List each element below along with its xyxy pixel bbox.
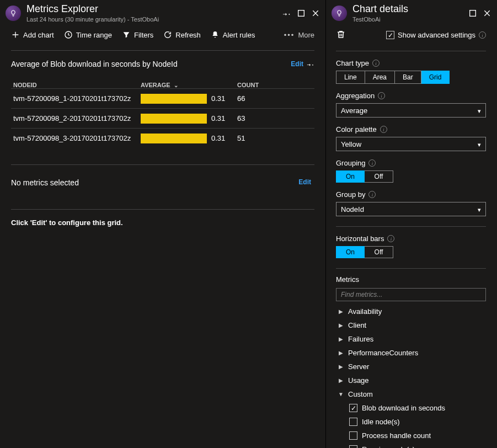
filters-button[interactable]: Filters — [122, 30, 153, 39]
chart-pin-icon[interactable] — [307, 60, 314, 68]
time-range-label: Time range — [76, 31, 112, 39]
metric-label: Idle node(s) — [362, 418, 400, 426]
configure-hint: Click 'Edit' to configure this grid. — [11, 209, 314, 227]
table-row[interactable]: tvm-57200098_3-20170201t173702z 0.31 51 — [11, 128, 314, 148]
app-logo — [332, 6, 347, 21]
metric-checkbox[interactable] — [349, 404, 357, 412]
chart-type-area[interactable]: Area — [365, 71, 395, 84]
color-palette-select[interactable]: Yellow — [336, 137, 486, 151]
color-palette-value: Yellow — [341, 140, 361, 148]
show-advanced-label: Show advanced settings — [398, 31, 475, 39]
table-row[interactable]: tvm-57200098_2-20170201t173702z 0.31 63 — [11, 108, 314, 128]
cell-node: tvm-57200098_1-20170201t173702z — [11, 94, 141, 103]
metrics-group-custom[interactable]: ▼Custom — [336, 387, 486, 401]
metric-checkbox[interactable] — [349, 431, 357, 440]
col-header-count[interactable]: COUNT — [237, 82, 281, 88]
metrics-group-performancecounters[interactable]: ▶PerformanceCounters — [336, 346, 486, 360]
metric-item[interactable]: Running node(s) — [349, 442, 486, 448]
info-icon: i — [372, 60, 380, 67]
metrics-group-label: Client — [348, 321, 366, 329]
close-icon[interactable] — [311, 9, 320, 18]
info-icon: i — [380, 126, 387, 133]
caret-right-icon: ▶ — [338, 350, 344, 356]
col-header-node[interactable]: NODEID — [11, 82, 141, 88]
info-icon: i — [479, 31, 486, 39]
cell-node: tvm-57200098_3-20170201t173702z — [11, 134, 141, 142]
chart-title: Average of Blob download in seconds by N… — [11, 60, 291, 68]
grouping-label: Grouping — [336, 159, 365, 167]
aggregation-label: Aggregation — [336, 92, 375, 100]
time-range-button[interactable]: Time range — [64, 30, 112, 39]
chart-type-label: Chart type — [336, 59, 369, 67]
metrics-group-client[interactable]: ▶Client — [336, 318, 486, 332]
metrics-group-label: Usage — [348, 376, 369, 385]
cell-count: 66 — [237, 94, 281, 103]
caret-right-icon: ▶ — [338, 377, 344, 383]
aggregation-select[interactable]: Average — [336, 103, 486, 118]
metrics-search-input[interactable] — [336, 288, 486, 301]
chart-edit-link[interactable]: Edit — [291, 60, 303, 68]
chart-type-line[interactable]: Line — [336, 71, 365, 84]
refresh-button[interactable]: Refresh — [163, 30, 201, 39]
info-icon: i — [368, 191, 376, 198]
aggregation-value: Average — [341, 106, 367, 115]
metrics-group-failures[interactable]: ▶Failures — [336, 332, 486, 346]
toolbar: Add chart Time range Filters Refresh Ale… — [0, 25, 325, 47]
filters-label: Filters — [134, 31, 153, 39]
metric-checkbox[interactable] — [349, 418, 357, 426]
metrics-group-label: Failures — [348, 335, 373, 343]
metric-item[interactable]: Blob download in seconds — [349, 401, 486, 415]
close-icon[interactable] — [483, 9, 491, 18]
table-row[interactable]: tvm-57200098_1-20170201t173702z 0.31 66 — [11, 88, 314, 108]
metrics-group-availability[interactable]: ▶Availability — [336, 305, 486, 318]
hbar-label: Horizontal bars — [336, 234, 384, 243]
svg-rect-2 — [470, 10, 476, 16]
more-button[interactable]: ••• More — [284, 31, 314, 39]
caret-right-icon: ▶ — [338, 336, 344, 342]
maximize-icon[interactable] — [468, 9, 477, 18]
pin-icon[interactable] — [282, 9, 291, 18]
info-icon: i — [387, 235, 394, 242]
metric-label: Running node(s) — [362, 445, 415, 448]
group-by-value: NodeId — [341, 205, 364, 214]
grouping-toggle-off[interactable]: Off — [365, 170, 393, 183]
grouping-toggle-on[interactable]: On — [336, 170, 365, 183]
app-logo — [6, 6, 21, 21]
chart-type-bar[interactable]: Bar — [395, 71, 421, 84]
group-by-select[interactable]: NodeId — [336, 202, 486, 216]
add-chart-button[interactable]: Add chart — [11, 30, 54, 39]
col-header-average[interactable]: AVERAGE ⌄ — [141, 82, 237, 88]
value-bar — [141, 114, 207, 124]
metrics-group-usage[interactable]: ▶Usage — [336, 374, 486, 387]
show-advanced-checkbox[interactable] — [386, 31, 394, 39]
metrics-group-server[interactable]: ▶Server — [336, 360, 486, 374]
group-by-label: Group by — [336, 190, 365, 199]
metric-item[interactable]: Idle node(s) — [349, 415, 486, 429]
caret-right-icon: ▶ — [338, 308, 344, 314]
chevron-down-icon — [478, 106, 481, 115]
caret-right-icon: ▶ — [338, 322, 344, 328]
metric-item[interactable]: Process handle count — [349, 429, 486, 442]
chart-type-grid[interactable]: Grid — [421, 71, 450, 84]
maximize-icon[interactable] — [297, 9, 306, 18]
metrics-label: Metrics — [336, 275, 359, 284]
details-title: Chart details — [352, 3, 468, 15]
value-bar — [141, 94, 207, 104]
caret-right-icon: ▶ — [338, 364, 344, 370]
delete-icon[interactable] — [336, 29, 346, 41]
page-title: Metrics Explorer — [26, 3, 282, 15]
hbar-toggle: OnOff — [336, 246, 486, 258]
metrics-group-label: Server — [348, 362, 369, 371]
cell-node: tvm-57200098_2-20170201t173702z — [11, 114, 141, 122]
refresh-label: Refresh — [175, 31, 201, 39]
metric-checkbox[interactable] — [349, 445, 357, 448]
add-chart-label: Add chart — [23, 31, 54, 39]
alert-rules-button[interactable]: Alert rules — [211, 30, 255, 39]
hbar-toggle-on[interactable]: On — [336, 246, 365, 258]
hbar-toggle-off[interactable]: Off — [365, 246, 393, 258]
col-header-average-label: AVERAGE — [141, 82, 170, 88]
more-dots-icon: ••• — [284, 31, 295, 39]
empty-chart-edit-link[interactable]: Edit — [298, 178, 311, 187]
cell-average: 0.31 — [211, 134, 225, 142]
details-subtitle: TestOboAi — [352, 16, 468, 23]
